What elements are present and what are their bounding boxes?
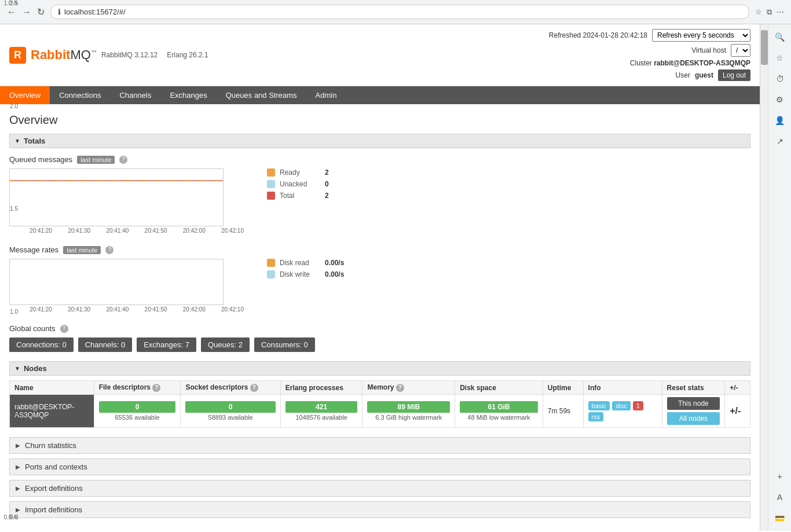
exchanges-badge[interactable]: Exchanges: 7	[137, 337, 196, 352]
nav-admin[interactable]: Admin	[306, 86, 346, 104]
chart1-xaxis: 20:41:20 20:41:30 20:41:40 20:41:50 20:4…	[30, 226, 244, 234]
vhost-select[interactable]: /	[731, 44, 750, 57]
cluster-label: Cluster	[630, 59, 652, 67]
queues-badge[interactable]: Queues: 2	[201, 337, 250, 352]
all-nodes-button[interactable]: All nodes	[667, 412, 720, 425]
logout-button[interactable]: Log out	[718, 69, 750, 81]
col-socket-desc: Socket descriptors ?	[181, 381, 280, 395]
erlang-proc-bar: 421	[285, 401, 358, 413]
disk-read-value: 0.00/s	[325, 259, 344, 267]
plusminus-icon[interactable]: +/-	[730, 406, 741, 416]
search-sidebar-icon[interactable]: 🔍	[772, 29, 788, 45]
bookmark-sidebar-icon[interactable]: ☆	[772, 50, 788, 66]
time-badge-2[interactable]: last minute	[63, 246, 101, 254]
bookmark-icon[interactable]: ☆	[755, 8, 762, 17]
refresh-button[interactable]: ↻	[37, 6, 45, 17]
nav-channels[interactable]: Channels	[110, 86, 160, 104]
cluster-row: Cluster rabbit@DESKTOP-AS3QMQP	[549, 59, 750, 67]
disk-write-label: Disk write	[280, 270, 320, 278]
main-content: R RabbitMQ™ RabbitMQ 3.12.12 Erlang 26.2…	[0, 24, 760, 531]
refreshed-label: Refreshed 2024-01-28 20:42:18	[549, 31, 647, 39]
nav-connections[interactable]: Connections	[50, 86, 110, 104]
chart1-wrap: 2.5 2.0 1.5 1.0 0.5 0.0	[9, 168, 244, 234]
export-definitions-section: ▶ Export definitions	[9, 480, 750, 497]
chart1-container: 2.5 2.0 1.5 1.0 0.5 0.0	[9, 168, 750, 234]
translate-sidebar-icon[interactable]: A	[772, 489, 788, 505]
rmq-version: RabbitMQ 3.12.12	[101, 51, 158, 59]
this-node-button[interactable]: This node	[667, 397, 720, 410]
queued-messages-section: Queued messages last minute ? 2.5 2.0 1.…	[9, 155, 750, 234]
memory-cell: 89 MiB 6.3 GiB high watermark	[362, 395, 455, 428]
nodes-label: Nodes	[24, 364, 47, 373]
add-sidebar-icon[interactable]: +	[772, 468, 788, 485]
nodes-section: ▼ Nodes Name File descriptors ? Socket d…	[9, 361, 750, 428]
col-plusminus: +/-	[725, 381, 750, 395]
legend-unacked: Unacked 0	[267, 180, 329, 188]
disk-bar: 61 GiB	[460, 401, 538, 413]
settings-sidebar-icon[interactable]: ⚙	[772, 91, 788, 108]
ports-contexts-header[interactable]: ▶ Ports and contexts	[9, 458, 750, 475]
tag-basic[interactable]: basic	[588, 401, 610, 410]
col-name: Name	[10, 381, 94, 395]
url-bar[interactable]: ℹ localhost:15672/#/	[50, 5, 749, 19]
counts-row: Connections: 0 Channels: 0 Exchanges: 7 …	[9, 337, 750, 352]
total-value: 2	[325, 192, 329, 200]
nav-queues[interactable]: Queues and Streams	[217, 86, 306, 104]
chart2-wrap: 1.0 /s 0.0 /s	[9, 259, 244, 313]
scrollbar-thumb[interactable]	[761, 30, 768, 65]
legend-ready: Ready 2	[267, 168, 329, 177]
churn-statistics-header[interactable]: ▶ Churn statistics	[9, 437, 750, 454]
channels-badge[interactable]: Channels: 0	[78, 337, 132, 352]
export-definitions-header[interactable]: ▶ Export definitions	[9, 480, 750, 497]
socket-desc-cell: 0 58893 available	[181, 395, 280, 428]
share-sidebar-icon[interactable]: ↗	[772, 133, 788, 149]
consumers-badge[interactable]: Consumers: 0	[254, 337, 315, 352]
chart1-legend: Ready 2 Unacked 0 Total 2	[267, 168, 329, 203]
col-memory: Memory ?	[362, 381, 455, 395]
global-counts-help[interactable]: ?	[60, 325, 68, 333]
refresh-row: Refreshed 2024-01-28 20:42:18 Refresh ev…	[549, 29, 750, 42]
col-disk: Disk space	[455, 381, 543, 395]
wallet-sidebar-icon[interactable]: 💳	[772, 510, 788, 526]
refresh-select[interactable]: Refresh every 5 seconds Refresh every 10…	[652, 29, 750, 42]
user-sidebar-icon[interactable]: 👤	[772, 112, 788, 129]
tag-disc[interactable]: disc	[612, 401, 631, 410]
user-label: User	[676, 71, 690, 79]
ports-contexts-section: ▶ Ports and contexts	[9, 458, 750, 475]
file-desc-bar: 0	[99, 401, 176, 413]
totals-section: ▼ Totals Queued messages last minute ?	[9, 134, 750, 313]
disk-write-value: 0.00/s	[325, 270, 344, 278]
lock-icon: ℹ	[58, 8, 61, 16]
message-rates-section: Message rates last minute ? 1.0 /s	[9, 245, 750, 313]
totals-header[interactable]: ▼ Totals	[9, 134, 750, 148]
nodes-header[interactable]: ▼ Nodes	[9, 361, 750, 376]
col-erlang-proc: Erlang processes	[280, 381, 362, 395]
forward-button[interactable]: →	[22, 7, 31, 17]
queued-help-icon[interactable]: ?	[119, 156, 127, 164]
memory-help[interactable]: ?	[396, 384, 404, 392]
time-badge-1[interactable]: last minute	[77, 156, 115, 164]
memory-sub: 6.3 GiB high watermark	[367, 414, 450, 421]
page-body: Overview ▼ Totals Queued messages last m…	[0, 104, 760, 531]
rates-help-icon[interactable]: ?	[105, 246, 113, 254]
browser-bar: ← → ↻ ℹ localhost:15672/#/ ☆ ⧉ ⋯	[0, 0, 791, 24]
extensions-icon[interactable]: ⧉	[767, 8, 772, 17]
rmq-logo: R RabbitMQ™ RabbitMQ 3.12.12 Erlang 26.2…	[9, 47, 208, 64]
tag-num[interactable]: 1	[633, 401, 643, 410]
rmq-right-header: Refreshed 2024-01-28 20:42:18 Refresh ev…	[549, 29, 750, 81]
socket-desc-help[interactable]: ?	[250, 384, 258, 392]
disk-sub: 48 MiB low watermark	[460, 414, 538, 421]
browser-sidebar: 🔍 ☆ ⏱ ⚙ 👤 ↗ + A 💳	[768, 24, 791, 531]
file-desc-help[interactable]: ?	[152, 384, 160, 392]
page-title: Overview	[9, 113, 750, 127]
scrollbar[interactable]	[760, 24, 768, 531]
history-sidebar-icon[interactable]: ⏱	[772, 71, 788, 87]
chart1-svg	[9, 168, 224, 226]
more-icon[interactable]: ⋯	[777, 8, 784, 17]
col-file-desc: File descriptors ?	[94, 381, 181, 395]
rmq-nav: Overview Connections Channels Exchanges …	[0, 86, 760, 104]
tag-rss[interactable]: rss	[588, 412, 604, 421]
nav-exchanges[interactable]: Exchanges	[160, 86, 216, 104]
churn-statistics-section: ▶ Churn statistics	[9, 437, 750, 454]
import-definitions-header[interactable]: ▶ Import definitions	[9, 501, 750, 518]
